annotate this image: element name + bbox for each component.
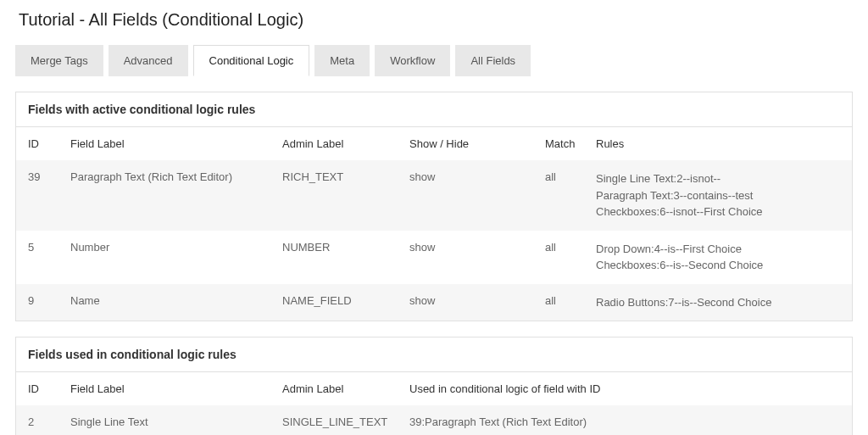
cell-showhide: show [398, 160, 533, 231]
col-header-match: Match [533, 127, 584, 160]
active-rules-table: ID Field Label Admin Label Show / Hide M… [16, 127, 852, 321]
cell-match: all [533, 231, 584, 284]
col-header-label: Field Label [58, 372, 270, 405]
rule-line: Drop Down:4--is--First Choice [596, 241, 840, 258]
col-header-id: ID [16, 372, 58, 405]
col-header-admin: Admin Label [270, 127, 398, 160]
tab-conditional-logic[interactable]: Conditional Logic [193, 45, 310, 76]
active-rules-panel-title: Fields with active conditional logic rul… [16, 92, 852, 127]
cell-id: 9 [16, 284, 58, 321]
col-header-usedin: Used in conditional logic of field with … [398, 372, 852, 405]
used-rules-panel: Fields used in conditional logic rules I… [15, 337, 853, 435]
cell-admin: NAME_FIELD [270, 284, 398, 321]
cell-showhide: show [398, 231, 533, 284]
col-header-admin: Admin Label [270, 372, 398, 405]
table-row: 5NumberNUMBERshowallDrop Down:4--is--Fir… [16, 231, 852, 284]
cell-match: all [533, 284, 584, 321]
cell-showhide: show [398, 284, 533, 321]
cell-label: Name [58, 284, 270, 321]
active-rules-panel: Fields with active conditional logic rul… [15, 92, 853, 321]
cell-id: 5 [16, 231, 58, 284]
table-row: 39Paragraph Text (Rich Text Editor)RICH_… [16, 160, 852, 231]
tab-merge-tags[interactable]: Merge Tags [15, 45, 103, 76]
cell-label: Number [58, 231, 270, 284]
col-header-rules: Rules [584, 127, 852, 160]
rule-line: Checkboxes:6--is--Second Choice [596, 257, 840, 274]
rule-line: Radio Buttons:7--is--Second Choice [596, 294, 840, 311]
table-header-row: ID Field Label Admin Label Show / Hide M… [16, 127, 852, 160]
used-rules-panel-title: Fields used in conditional logic rules [16, 337, 852, 372]
col-header-showhide: Show / Hide [398, 127, 533, 160]
col-header-id: ID [16, 127, 58, 160]
cell-label: Single Line Text [58, 405, 270, 435]
rule-line: Paragraph Text:3--contains--test [596, 187, 840, 204]
cell-id: 2 [16, 405, 58, 435]
table-row: 9NameNAME_FIELDshowallRadio Buttons:7--i… [16, 284, 852, 321]
cell-rules: Radio Buttons:7--is--Second Choice [584, 284, 852, 321]
page-title: Tutorial - All Fields (Conditional Logic… [15, 10, 853, 30]
rule-line: Single Line Text:2--isnot-- [596, 170, 840, 187]
tab-advanced[interactable]: Advanced [108, 45, 188, 76]
tab-meta[interactable]: Meta [314, 45, 370, 76]
cell-id: 39 [16, 160, 58, 231]
tab-all-fields[interactable]: All Fields [455, 45, 531, 76]
rule-line: Checkboxes:6--isnot--First Choice [596, 204, 840, 220]
cell-label: Paragraph Text (Rich Text Editor) [58, 160, 270, 231]
cell-admin: RICH_TEXT [270, 160, 398, 231]
tab-bar: Merge TagsAdvancedConditional LogicMetaW… [15, 45, 853, 76]
cell-rules: Drop Down:4--is--First ChoiceCheckboxes:… [584, 231, 852, 284]
cell-rules: Single Line Text:2--isnot--Paragraph Tex… [584, 160, 852, 231]
table-header-row: ID Field Label Admin Label Used in condi… [16, 372, 852, 405]
col-header-label: Field Label [58, 127, 270, 160]
table-row: 2Single Line TextSINGLE_LINE_TEXT39:Para… [16, 405, 852, 435]
cell-match: all [533, 160, 584, 231]
cell-admin: NUMBER [270, 231, 398, 284]
cell-admin: SINGLE_LINE_TEXT [270, 405, 398, 435]
cell-usedin: 39:Paragraph Text (Rich Text Editor) [398, 405, 852, 435]
tab-workflow[interactable]: Workflow [375, 45, 450, 76]
used-rules-table: ID Field Label Admin Label Used in condi… [16, 372, 852, 435]
